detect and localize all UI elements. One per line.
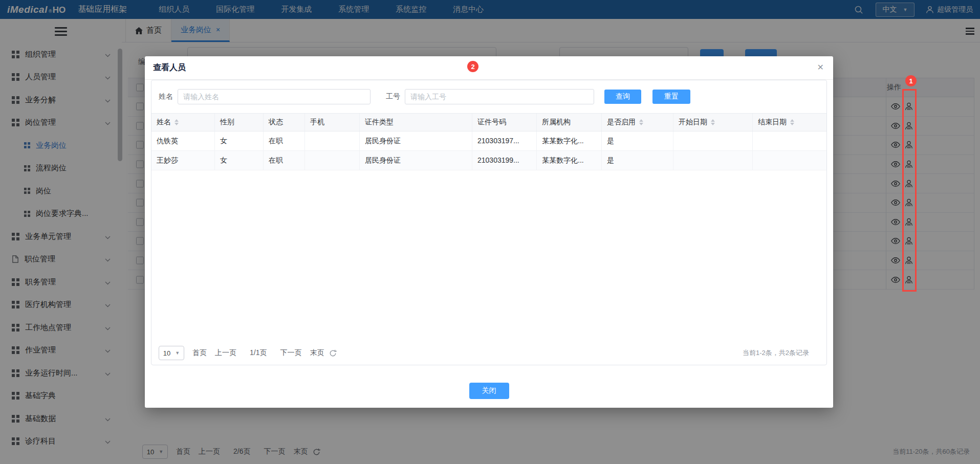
cell-start-date bbox=[673, 131, 753, 150]
close-icon[interactable]: ✕ bbox=[817, 62, 824, 72]
column-header-id-type: 证件类型 bbox=[360, 114, 472, 131]
search-form: 姓名 工号 查询 重置 bbox=[151, 80, 826, 113]
column-header-end-date[interactable]: 结束日期 bbox=[753, 114, 826, 131]
reset-button[interactable]: 重置 bbox=[652, 90, 690, 104]
cell-status: 在职 bbox=[264, 131, 305, 150]
cell-end-date bbox=[753, 151, 826, 170]
name-label: 姓名 bbox=[159, 92, 173, 101]
dialog-title: 查看人员 bbox=[153, 62, 186, 73]
column-header-mobile: 手机 bbox=[305, 114, 360, 131]
column-header-status: 状态 bbox=[264, 114, 305, 131]
column-header-start-date[interactable]: 开始日期 bbox=[673, 114, 753, 131]
column-header-gender: 性别 bbox=[215, 114, 264, 131]
annotation-badge-1: 1 bbox=[905, 75, 917, 86]
first-page-link[interactable]: 首页 bbox=[192, 348, 207, 358]
name-input[interactable] bbox=[178, 89, 371, 104]
employee-id-input[interactable] bbox=[405, 89, 594, 104]
annotation-badge-2: 2 bbox=[467, 61, 478, 72]
current-page: 1/1页 bbox=[250, 348, 267, 358]
column-header-enabled[interactable]: 是否启用 bbox=[602, 114, 673, 131]
table-header-row: 姓名 性别 状态 手机 证件类型 证件号码 所属机构 是否启用 开始日期 bbox=[151, 113, 826, 131]
close-button[interactable]: 关闭 bbox=[469, 383, 509, 399]
page-size-value: 10 bbox=[163, 349, 170, 357]
table-row[interactable]: 仇铁英 女 在职 居民身份证 210303197... 某某数字化... 是 bbox=[151, 131, 826, 151]
employee-id-label: 工号 bbox=[386, 92, 400, 101]
table-row[interactable]: 王妙莎 女 在职 居民身份证 210303199... 某某数字化... 是 bbox=[151, 151, 826, 170]
column-header-name[interactable]: 姓名 bbox=[151, 114, 215, 131]
cell-id-number: 210303199... bbox=[472, 151, 537, 170]
cell-id-number: 210303197... bbox=[472, 131, 537, 150]
cell-gender: 女 bbox=[215, 151, 264, 170]
cell-organization: 某某数字化... bbox=[537, 131, 602, 150]
sort-icon[interactable] bbox=[175, 119, 179, 125]
cell-name: 仇铁英 bbox=[151, 131, 215, 150]
cell-organization: 某某数字化... bbox=[537, 151, 602, 170]
prev-page-link[interactable]: 上一页 bbox=[215, 348, 236, 358]
dialog-panel: 姓名 工号 查询 重置 姓名 性别 状态 手机 证件类型 证件号码 所属机构 bbox=[151, 80, 827, 365]
cell-name: 王妙莎 bbox=[151, 151, 215, 170]
view-personnel-dialog: 查看人员 ✕ 姓名 工号 查询 重置 姓名 性别 状态 手机 证件类型 bbox=[145, 56, 833, 408]
chevron-down-icon: ▼ bbox=[175, 350, 180, 356]
screen: iMedical ® HO 基础应用框架 组织人员 国际化管理 开发集成 系统管… bbox=[0, 0, 980, 464]
annotation-box-1 bbox=[902, 89, 917, 292]
cell-id-type: 居民身份证 bbox=[360, 131, 472, 150]
cell-gender: 女 bbox=[215, 131, 264, 150]
next-page-link[interactable]: 下一页 bbox=[280, 348, 301, 358]
last-page-link[interactable]: 末页 bbox=[310, 348, 324, 358]
cell-end-date bbox=[753, 131, 826, 150]
record-summary: 当前1-2条，共2条记录 bbox=[743, 348, 809, 358]
table-body: 仇铁英 女 在职 居民身份证 210303197... 某某数字化... 是 王… bbox=[151, 131, 826, 170]
sort-icon[interactable] bbox=[711, 119, 715, 125]
dialog-header: 查看人员 ✕ bbox=[145, 56, 833, 80]
sort-icon[interactable] bbox=[639, 119, 643, 125]
page-size-select[interactable]: 10 ▼ bbox=[159, 346, 184, 360]
column-header-id-number: 证件号码 bbox=[472, 114, 537, 131]
refresh-icon[interactable] bbox=[329, 349, 337, 357]
sort-icon[interactable] bbox=[790, 119, 794, 125]
dialog-pagination: 10 ▼ 首页 上一页 1/1页 下一页 末页 当前1-2条，共2条记录 bbox=[151, 341, 826, 365]
query-button[interactable]: 查询 bbox=[604, 90, 641, 104]
cell-mobile bbox=[305, 151, 360, 170]
cell-enabled: 是 bbox=[602, 151, 673, 170]
cell-id-type: 居民身份证 bbox=[360, 151, 472, 170]
cell-start-date bbox=[673, 151, 753, 170]
cell-enabled: 是 bbox=[602, 131, 673, 150]
cell-mobile bbox=[305, 131, 360, 150]
column-header-organization: 所属机构 bbox=[537, 114, 602, 131]
cell-status: 在职 bbox=[264, 151, 305, 170]
